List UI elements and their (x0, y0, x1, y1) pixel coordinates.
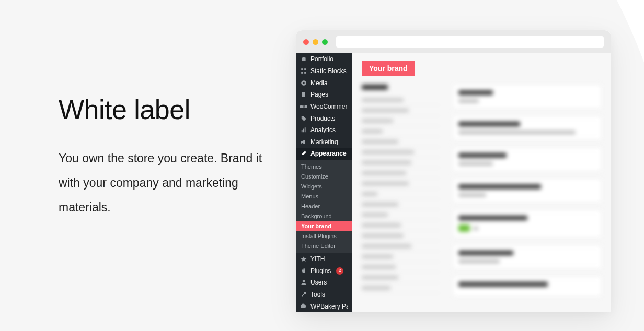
wpbakery-icon (300, 303, 307, 310)
svg-point-11 (303, 280, 305, 283)
svg-rect-9 (303, 129, 304, 133)
maximize-icon[interactable] (322, 39, 328, 45)
sidebar-item-label: Media (310, 80, 328, 86)
submenu-label: Header (301, 204, 320, 209)
svg-text:W: W (303, 105, 305, 108)
sidebar-item-label: Plugins (310, 268, 331, 274)
submenu-item-theme-editor[interactable]: Theme Editor (296, 241, 352, 251)
submenu-item-menus[interactable]: Menus (296, 192, 352, 202)
url-bar[interactable] (336, 36, 604, 48)
svg-rect-8 (302, 130, 303, 132)
submenu-label: Menus (301, 194, 318, 199)
traffic-lights (303, 39, 328, 45)
svg-rect-3 (304, 72, 306, 74)
media-icon (300, 79, 307, 87)
submenu-item-customize[interactable]: Customize (296, 172, 352, 182)
sidebar-item-users[interactable]: Users (296, 277, 352, 289)
sidebar-item-label: Users (310, 279, 327, 286)
sidebar-item-woocommerce[interactable]: W WooCommerce (296, 101, 352, 113)
megaphone-icon (300, 138, 307, 146)
svg-point-5 (303, 82, 305, 84)
browser-titlebar (296, 30, 611, 53)
sidebar-item-label: Tools (310, 291, 325, 298)
sidebar-item-label: Analytics (310, 127, 336, 133)
browser-window: Portfolio Static Blocks Media Pages (296, 30, 611, 312)
sidebar-item-tools[interactable]: Tools (296, 289, 352, 301)
portfolio-icon (300, 55, 307, 63)
tag-icon (300, 115, 307, 122)
sidebar-item-media[interactable]: Media (296, 77, 352, 89)
submenu-item-install-plugins[interactable]: Install Plugins (296, 231, 352, 241)
svg-rect-10 (305, 127, 306, 132)
marketing-copy: White label You own the store you create… (59, 94, 278, 220)
sidebar-item-label: YITH (310, 256, 325, 262)
sidebar-item-label: Products (310, 115, 335, 122)
submenu-item-themes[interactable]: Themes (296, 162, 352, 172)
update-badge: 2 (336, 267, 343, 275)
plug-icon (300, 267, 307, 275)
brand-tag: Your brand (362, 61, 415, 76)
sidebar-item-label: Marketing (310, 139, 338, 145)
submenu-label: Widgets (301, 184, 322, 190)
submenu-item-widgets[interactable]: Widgets (296, 182, 352, 192)
sidebar-item-label: Appearance (310, 150, 347, 157)
submenu-label: Customize (301, 174, 328, 180)
submenu-label: Your brand (301, 223, 331, 229)
main-content: Your brand (352, 53, 611, 312)
sidebar-item-label: Static Blocks (310, 68, 347, 74)
sidebar-item-label: WooCommerce (310, 103, 348, 110)
page-icon (300, 91, 307, 98)
svg-rect-2 (301, 72, 303, 74)
wp-admin-sidebar: Portfolio Static Blocks Media Pages (296, 53, 352, 312)
sidebar-item-pages[interactable]: Pages (296, 89, 352, 101)
sidebar-item-label: Portfolio (310, 56, 334, 62)
submenu-item-background[interactable]: Background (296, 211, 352, 221)
yith-icon (300, 255, 307, 263)
sidebar-item-label: WPBakery Page (310, 303, 348, 310)
sidebar-item-products[interactable]: Products (296, 112, 352, 124)
sidebar-item-marketing[interactable]: Marketing (296, 136, 352, 148)
submenu-label: Install Plugins (301, 233, 337, 239)
woo-icon: W (300, 103, 307, 110)
blurred-settings-preview (362, 85, 602, 304)
svg-rect-1 (304, 68, 306, 70)
sidebar-item-plugins[interactable]: Plugins 2 (296, 265, 352, 277)
sidebar-item-analytics[interactable]: Analytics (296, 124, 352, 136)
submenu-item-your-brand[interactable]: Your brand (296, 221, 352, 231)
close-icon[interactable] (303, 39, 309, 45)
chart-icon (300, 126, 307, 134)
submenu-label: Themes (301, 164, 322, 170)
sidebar-item-appearance[interactable]: Appearance (296, 148, 352, 160)
submenu-item-header[interactable]: Header (296, 202, 352, 211)
marketing-headline: White label (59, 94, 278, 125)
sidebar-item-yith[interactable]: YITH (296, 253, 352, 265)
sidebar-item-label: Pages (310, 91, 328, 98)
svg-rect-0 (301, 68, 303, 70)
submenu-label: Theme Editor (301, 243, 336, 249)
sidebar-item-wpbakery[interactable]: WPBakery Page (296, 300, 352, 312)
brush-icon (300, 150, 307, 157)
submenu-label: Background (301, 214, 332, 219)
appearance-submenu: Themes Customize Widgets Menus Header Ba… (296, 160, 352, 253)
grid-icon (300, 67, 307, 75)
marketing-body: You own the store you create. Brand it w… (59, 146, 278, 220)
wrench-icon (300, 291, 307, 298)
sidebar-item-static-blocks[interactable]: Static Blocks (296, 65, 352, 77)
minimize-icon[interactable] (313, 39, 318, 45)
sidebar-item-portfolio[interactable]: Portfolio (296, 53, 352, 65)
user-icon (300, 279, 307, 286)
